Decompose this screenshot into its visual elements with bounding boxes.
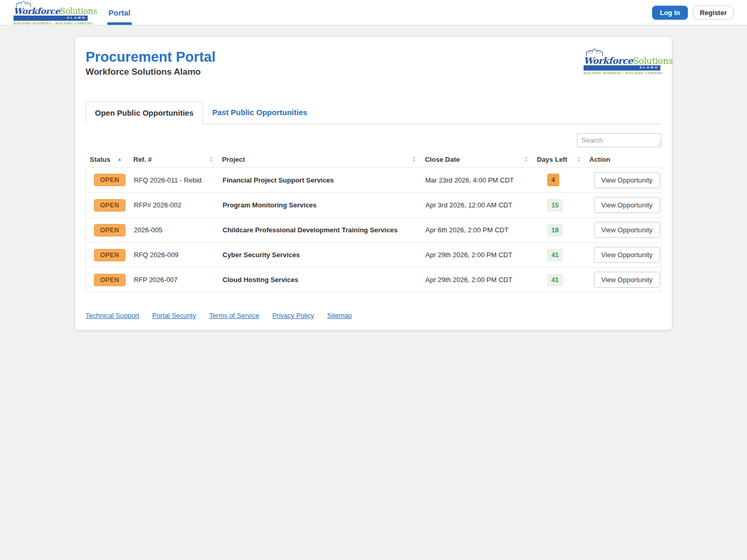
page-subtitle: Workforce Solutions Alamo (86, 67, 661, 77)
brand-wordmark: WorkforceSolutions (584, 56, 660, 65)
close-date: Apr 29th 2026, 2:00 PM CDT (421, 251, 533, 259)
nav-brand-logo[interactable]: WorkforceSolutions ALAMO BUILDING BUSINE… (13, 0, 88, 25)
top-nav: WorkforceSolutions ALAMO BUILDING BUSINE… (0, 0, 747, 25)
status-badge: OPEN (94, 249, 126, 261)
column-header-action: Action (585, 156, 661, 163)
days-left-badge: 41 (547, 274, 563, 286)
table-row: OPEN RFP 2026-007 Cloud Hosting Services… (86, 267, 661, 292)
column-header-ref[interactable]: Ref. # ▲▼ (129, 156, 218, 163)
project-name: Financial Project Support Services (218, 176, 421, 184)
footer-link-privacy-policy[interactable]: Privacy Policy (272, 312, 314, 319)
card-footer: Technical Support Portal Security Terms … (86, 312, 661, 319)
view-opportunity-button[interactable]: View Opportunity (594, 222, 660, 238)
status-badge: OPEN (94, 174, 126, 186)
column-header-status[interactable]: Status ▲ (86, 156, 129, 163)
table-row: OPEN 2026-005 Childcare Professional Dev… (86, 217, 661, 242)
column-header-close-date[interactable]: Close Date ▲▼ (421, 156, 533, 163)
ref-number: 2026-005 (130, 226, 218, 234)
brand-tagline: BUILDING BUSINESS • BUILDING CAREERS (13, 22, 88, 25)
days-left-badge: 4 (547, 174, 559, 186)
portal-link-label: Portal (108, 8, 131, 17)
view-opportunity-button[interactable]: View Opportunity (594, 197, 660, 213)
status-badge: OPEN (94, 199, 126, 212)
status-badge: OPEN (94, 274, 126, 286)
brand-alamo-bar: ALAMO (13, 16, 88, 21)
table-row: OPEN RFP# 2026-002 Program Monitoring Se… (86, 192, 661, 217)
days-left-badge: 15 (547, 199, 563, 212)
table-row: OPEN RFQ 2026-009 Cyber Security Service… (86, 242, 661, 267)
close-date: Mar 23rd 2026, 4:00 PM CDT (421, 176, 533, 184)
view-opportunity-button[interactable]: View Opportunity (594, 172, 660, 188)
sort-ascending-icon: ▲ (117, 157, 122, 162)
register-button[interactable]: Register (693, 6, 734, 20)
days-left-badge: 18 (547, 224, 563, 236)
status-badge: OPEN (94, 224, 126, 236)
table-header-row: Status ▲ Ref. # ▲▼ Project ▲▼ Close Date… (86, 151, 661, 167)
nav-item-portal[interactable]: Portal (107, 0, 132, 25)
sort-icon: ▲▼ (210, 156, 213, 162)
search-row (86, 133, 661, 147)
alamo-building-icon (585, 48, 660, 56)
tab-open-public-opportunities[interactable]: Open Public Opportunities (86, 101, 203, 124)
ref-number: RFP 2026-007 (130, 276, 218, 284)
footer-link-terms-of-service[interactable]: Terms of Service (209, 312, 259, 319)
brand-tagline: BUILDING BUSINESS • BUILDING CAREERS (584, 72, 660, 75)
card-brand-logo: WorkforceSolutions ALAMO BUILDING BUSINE… (584, 48, 660, 75)
sort-icon: ▲▼ (577, 156, 580, 162)
procurement-portal-card: Procurement Portal Workforce Solutions A… (75, 36, 672, 330)
sort-icon: ▲▼ (412, 156, 416, 162)
days-left-badge: 41 (547, 249, 563, 261)
ref-number: RFQ 2026-009 (130, 251, 218, 259)
ref-number: RFP# 2026-002 (130, 201, 218, 209)
ref-number: RFQ 2026-011 - Rebid (130, 176, 218, 184)
tab-past-public-opportunities[interactable]: Past Public Opportunities (203, 101, 316, 124)
opportunities-tabbar: Open Public Opportunities Past Public Op… (86, 101, 661, 124)
close-date: Apr 3rd 2026, 12:00 AM CDT (421, 201, 533, 209)
close-date: Apr 6th 2026, 2:00 PM CDT (421, 226, 533, 234)
table-row: OPEN RFQ 2026-011 - Rebid Financial Proj… (86, 167, 661, 192)
footer-link-sitemap[interactable]: Sitemap (327, 312, 352, 319)
brand-wordmark: WorkforceSolutions (13, 7, 88, 16)
close-date: Apr 29th 2026, 2:00 PM CDT (421, 276, 533, 284)
login-button[interactable]: Log In (652, 6, 688, 20)
view-opportunity-button[interactable]: View Opportunity (594, 272, 660, 288)
page-title: Procurement Portal (86, 49, 661, 65)
opportunities-table: Status ▲ Ref. # ▲▼ Project ▲▼ Close Date… (86, 151, 661, 292)
column-header-days-left[interactable]: Days Left ▲▼ (533, 156, 585, 163)
project-name: Cloud Hosting Services (218, 276, 421, 284)
sort-icon: ▲▼ (524, 156, 528, 162)
search-input[interactable] (577, 133, 661, 147)
view-opportunity-button[interactable]: View Opportunity (594, 247, 660, 263)
footer-link-portal-security[interactable]: Portal Security (152, 312, 196, 319)
brand-alamo-bar: ALAMO (584, 65, 660, 71)
card-header: Procurement Portal Workforce Solutions A… (86, 49, 661, 77)
project-name: Childcare Professional Development Train… (218, 226, 421, 234)
table-body: OPEN RFQ 2026-011 - Rebid Financial Proj… (86, 167, 661, 292)
column-header-project[interactable]: Project ▲▼ (218, 156, 421, 163)
footer-link-technical-support[interactable]: Technical Support (86, 312, 139, 319)
project-name: Cyber Security Services (218, 251, 421, 259)
project-name: Program Monitoring Services (218, 201, 421, 209)
active-nav-underline (107, 22, 132, 25)
